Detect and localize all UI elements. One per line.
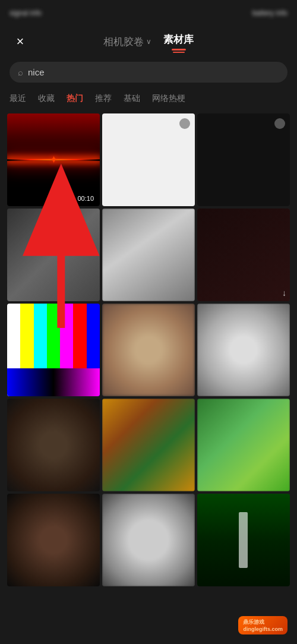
item-3-preview (197, 113, 290, 206)
filter-tab-meme[interactable]: 网络热梗 (152, 91, 185, 106)
item-9-preview (197, 304, 290, 396)
tab-camera-roll[interactable]: 相机胶卷 ∨ (103, 35, 151, 49)
item-4-preview (7, 209, 100, 301)
grid-item-12[interactable] (197, 399, 290, 491)
grid-item-14[interactable] (102, 494, 195, 586)
grid-item-1[interactable]: 00:10 (7, 113, 100, 206)
item-13-preview (7, 494, 100, 586)
item-2-preview (102, 113, 195, 206)
download-icon: ↓ (282, 288, 286, 298)
status-right: battery info (252, 9, 287, 17)
tab-material-library-wrapper: 素材库 (163, 33, 194, 50)
grid-item-11[interactable] (102, 399, 195, 491)
item-15-preview (197, 494, 290, 586)
watermark: 鼎乐游戏 dinglegifts.com (238, 616, 287, 634)
item-10-preview (7, 399, 100, 491)
search-icon: ⌕ (18, 67, 23, 77)
filter-tabs: 最近 收藏 热门 推荐 基础 网络热梗 (0, 91, 297, 106)
item-12-preview (197, 399, 290, 491)
header-tabs: 相机胶卷 ∨ 素材库 (103, 33, 194, 50)
media-grid: 00:10 ↓ (0, 113, 297, 586)
grid-item-6[interactable]: ↓ (197, 209, 290, 301)
grid-item-13[interactable] (7, 494, 100, 586)
item-8-preview (102, 304, 195, 396)
duration-badge-1: 00:10 (75, 194, 96, 203)
item-14-preview (102, 494, 195, 586)
grid-item-4[interactable] (7, 209, 100, 301)
item-1-preview (7, 113, 100, 206)
item-6-preview: ↓ (197, 209, 290, 301)
grid-item-2[interactable] (102, 113, 195, 206)
grid-item-15[interactable] (197, 494, 290, 586)
tab-material-library[interactable]: 素材库 (163, 33, 194, 46)
filter-tab-hot[interactable]: 热门 (67, 91, 83, 106)
status-left: signal info (10, 9, 42, 17)
filter-tab-favorites[interactable]: 收藏 (38, 91, 55, 106)
search-input[interactable]: nice (28, 67, 45, 77)
grid-item-7[interactable] (7, 304, 100, 396)
watermark-line1: 鼎乐游戏 (243, 618, 283, 626)
grid-item-10[interactable] (7, 399, 100, 491)
header: × 相机胶卷 ∨ 素材库 (0, 26, 297, 59)
item-7-preview (7, 304, 100, 396)
watermark-line2: dinglegifts.com (243, 626, 283, 632)
filter-tab-recent[interactable]: 最近 (10, 91, 26, 106)
grid-item-3[interactable] (197, 113, 290, 206)
grid-item-9[interactable] (197, 304, 290, 396)
status-bar: signal info battery info (0, 0, 297, 26)
search-bar[interactable]: ⌕ nice (10, 62, 287, 83)
filter-tab-basic[interactable]: 基础 (124, 91, 140, 106)
tab-active-indicator (172, 49, 186, 50)
filter-tab-recommended[interactable]: 推荐 (95, 91, 112, 106)
item-11-preview (102, 399, 195, 491)
chevron-down-icon: ∨ (146, 37, 151, 46)
close-button[interactable]: × (10, 31, 31, 52)
grid-item-5[interactable] (102, 209, 195, 301)
grid-item-8[interactable] (102, 304, 195, 396)
item-5-preview (102, 209, 195, 301)
